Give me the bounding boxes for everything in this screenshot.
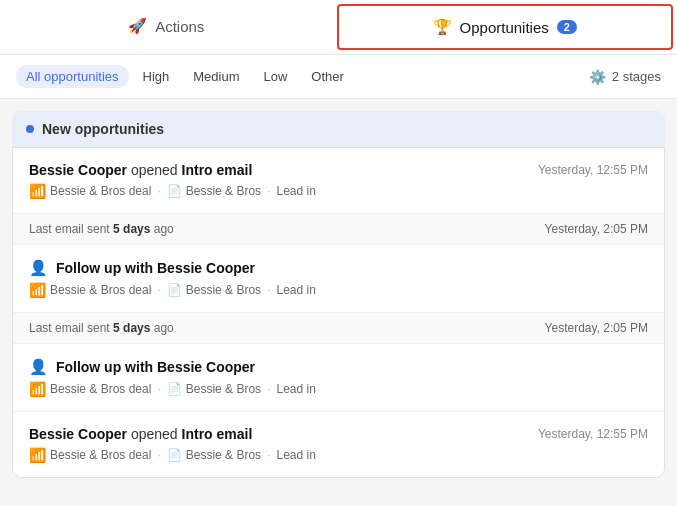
card-1-time: Yesterday, 12:55 PM <box>538 163 648 177</box>
separator-dot-7: · <box>157 448 160 462</box>
actions-tab[interactable]: 🚀 Actions <box>0 0 333 54</box>
doc-icon-1: 📄 <box>167 184 182 198</box>
card-2-meta: 📶 Bessie & Bros deal · 📄 Bessie & Bros ·… <box>29 282 648 298</box>
top-nav: 🚀 Actions 🏆 Opportunities 2 <box>0 0 677 55</box>
doc-icon-2: 📄 <box>167 283 182 297</box>
card-2-title: 👤 Follow up with Bessie Cooper <box>29 259 255 277</box>
rocket-icon: 🚀 <box>128 17 147 35</box>
card-3-deal-label: Bessie & Bros deal <box>50 382 151 396</box>
signal-green-icon: 📶 <box>29 183 46 199</box>
main-content: New opportunities Bessie Cooper opened I… <box>0 99 677 490</box>
card-1-meta: 📶 Bessie & Bros deal · 📄 Bessie & Bros ·… <box>29 183 648 199</box>
separator-dot-5: · <box>157 382 160 396</box>
separator-2: Last email sent 5 days ago Yesterday, 2:… <box>13 313 664 344</box>
opportunities-icon: 🏆 <box>433 18 452 36</box>
filter-low[interactable]: Low <box>254 65 298 88</box>
card-3-deal: 📶 Bessie & Bros deal <box>29 381 151 397</box>
card-4-company: 📄 Bessie & Bros <box>167 448 261 462</box>
card-4-time: Yesterday, 12:55 PM <box>538 427 648 441</box>
doc-icon-3: 📄 <box>167 382 182 396</box>
card-4-deal-label: Bessie & Bros deal <box>50 448 151 462</box>
card-4-company-label: Bessie & Bros <box>186 448 261 462</box>
card-3-company: 📄 Bessie & Bros <box>167 382 261 396</box>
separator-1-time: Yesterday, 2:05 PM <box>545 222 648 236</box>
card-1-title: Bessie Cooper opened Intro email <box>29 162 252 178</box>
signal-green-icon-2: 📶 <box>29 282 46 298</box>
filter-bar: All opportunities High Medium Low Other … <box>0 55 677 99</box>
card-4-meta: 📶 Bessie & Bros deal · 📄 Bessie & Bros ·… <box>29 447 648 463</box>
person-icon-1: 👤 <box>29 259 48 276</box>
separator-2-text: Last email sent 5 days ago <box>29 321 174 335</box>
card-1[interactable]: Bessie Cooper opened Intro email Yesterd… <box>13 148 664 214</box>
separator-dot-6: · <box>267 382 270 396</box>
card-1-deal: 📶 Bessie & Bros deal <box>29 183 151 199</box>
card-2-company: 📄 Bessie & Bros <box>167 283 261 297</box>
separator-1-text: Last email sent 5 days ago <box>29 222 174 236</box>
card-1-company-label: Bessie & Bros <box>186 184 261 198</box>
actions-label: Actions <box>155 18 204 35</box>
person-icon-2: 👤 <box>29 358 48 375</box>
card-2[interactable]: 👤 Follow up with Bessie Cooper 📶 Bessie … <box>13 245 664 313</box>
filter-all[interactable]: All opportunities <box>16 65 129 88</box>
card-4-deal: 📶 Bessie & Bros deal <box>29 447 151 463</box>
signal-red-icon: 📶 <box>29 381 46 397</box>
doc-icon-4: 📄 <box>167 448 182 462</box>
card-3[interactable]: 👤 Follow up with Bessie Cooper 📶 Bessie … <box>13 344 664 412</box>
card-2-deal-label: Bessie & Bros deal <box>50 283 151 297</box>
separator-dot-2: · <box>267 184 270 198</box>
card-4-stage: Lead in <box>276 448 315 462</box>
cards-wrapper: New opportunities Bessie Cooper opened I… <box>12 111 665 478</box>
card-4-header: Bessie Cooper opened Intro email Yesterd… <box>29 426 648 442</box>
separator-dot-1: · <box>157 184 160 198</box>
separator-dot-8: · <box>267 448 270 462</box>
card-4[interactable]: Bessie Cooper opened Intro email Yesterd… <box>13 412 664 477</box>
card-3-company-label: Bessie & Bros <box>186 382 261 396</box>
card-3-title: 👤 Follow up with Bessie Cooper <box>29 358 255 376</box>
opportunities-label: Opportunities <box>460 19 549 36</box>
separator-2-time: Yesterday, 2:05 PM <box>545 321 648 335</box>
opportunities-badge: 2 <box>557 20 577 34</box>
gear-icon: ⚙️ <box>589 69 606 85</box>
separator-dot-4: · <box>267 283 270 297</box>
card-4-title: Bessie Cooper opened Intro email <box>29 426 252 442</box>
section-dot <box>26 125 34 133</box>
section-header: New opportunities <box>12 111 665 147</box>
signal-yellow-icon: 📶 <box>29 447 46 463</box>
cards-container: Bessie Cooper opened Intro email Yesterd… <box>12 147 665 478</box>
filter-medium[interactable]: Medium <box>183 65 249 88</box>
card-2-header: 👤 Follow up with Bessie Cooper <box>29 259 648 277</box>
filter-other[interactable]: Other <box>301 65 354 88</box>
separator-1: Last email sent 5 days ago Yesterday, 2:… <box>13 214 664 245</box>
card-1-company: 📄 Bessie & Bros <box>167 184 261 198</box>
card-2-company-label: Bessie & Bros <box>186 283 261 297</box>
separator-dot-3: · <box>157 283 160 297</box>
card-2-deal: 📶 Bessie & Bros deal <box>29 282 151 298</box>
card-3-header: 👤 Follow up with Bessie Cooper <box>29 358 648 376</box>
stages-control[interactable]: ⚙️ 2 stages <box>589 69 661 85</box>
card-1-header: Bessie Cooper opened Intro email Yesterd… <box>29 162 648 178</box>
card-3-stage: Lead in <box>276 382 315 396</box>
filter-high[interactable]: High <box>133 65 180 88</box>
card-2-stage: Lead in <box>276 283 315 297</box>
card-3-meta: 📶 Bessie & Bros deal · 📄 Bessie & Bros ·… <box>29 381 648 397</box>
card-1-stage: Lead in <box>276 184 315 198</box>
stages-label: 2 stages <box>612 69 661 84</box>
card-1-deal-label: Bessie & Bros deal <box>50 184 151 198</box>
section-title: New opportunities <box>42 121 164 137</box>
opportunities-tab[interactable]: 🏆 Opportunities 2 <box>337 4 674 50</box>
